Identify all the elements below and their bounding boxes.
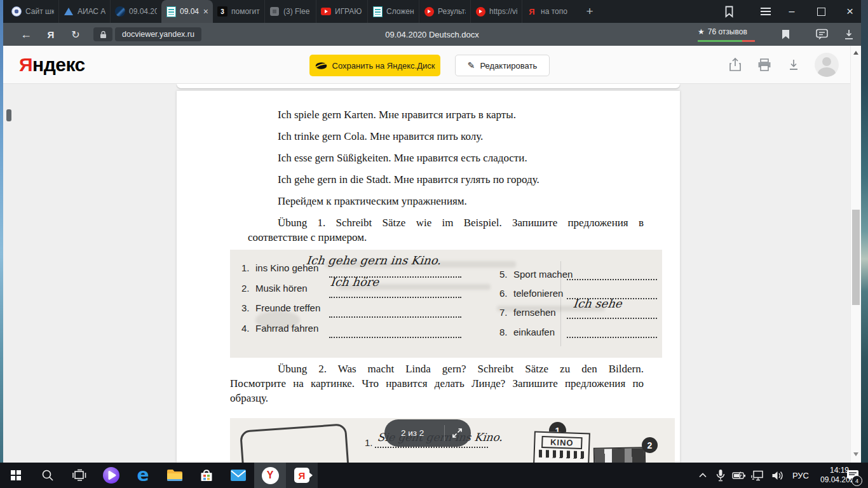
- back-button[interactable]: ←: [16, 23, 36, 46]
- url-field[interactable]: docviewer.yandex.ru: [115, 27, 201, 41]
- hamburger-icon: [761, 8, 771, 15]
- task-view-button[interactable]: [64, 463, 95, 488]
- tab-label: АИАС АВ: [78, 7, 105, 16]
- fullscreen-button[interactable]: [452, 428, 463, 441]
- search-button[interactable]: [32, 463, 64, 488]
- refresh-button[interactable]: ↻: [65, 23, 86, 46]
- folder-icon: [166, 468, 183, 482]
- reviews-widget[interactable]: ★ 76 отзывов: [698, 27, 747, 36]
- doc-paragraph: Ich trinke gern Cola. Мне нравится пить …: [278, 130, 483, 143]
- messenger-button[interactable]: [811, 23, 833, 46]
- tray-overflow-button[interactable]: [694, 463, 712, 488]
- tray-microphone[interactable]: [712, 463, 729, 488]
- answer-line: [329, 337, 461, 338]
- lock-icon: [100, 30, 107, 39]
- doc-paragraph: Ich gehe gern in die Stadt. Мне нравится…: [278, 173, 539, 186]
- yandex-app-icon: Я: [294, 468, 309, 483]
- yandex-app-button[interactable]: Я: [286, 463, 318, 488]
- side-panel-handle[interactable]: [6, 109, 11, 121]
- tab-date-doc[interactable]: 09.04.20: [110, 0, 161, 23]
- chevron-up-icon: [699, 473, 707, 478]
- answer-line: [567, 318, 657, 319]
- mail-envelope-icon: [230, 469, 247, 482]
- security-lock-chip[interactable]: [93, 27, 112, 41]
- desktop-edge-right: [861, 0, 868, 463]
- battery-charging-icon: [732, 471, 746, 480]
- tab-rezultat[interactable]: Результа: [419, 0, 470, 23]
- school-emblem-icon: [11, 6, 22, 17]
- scroll-down-arrow-icon[interactable]: [853, 452, 858, 456]
- kino-figures: [538, 450, 584, 459]
- answer-line: [567, 298, 657, 299]
- scroll-up-arrow-icon[interactable]: [853, 51, 858, 55]
- downloads-button[interactable]: [838, 23, 860, 46]
- ws1-item-5: 5.Sport machen: [499, 269, 573, 280]
- microsoft-store-button[interactable]: [191, 463, 222, 488]
- tab-topo[interactable]: Я на топо: [522, 0, 573, 23]
- pencil-icon: ✎: [468, 60, 475, 71]
- kino-sign-text: KINO: [541, 436, 583, 449]
- tab-video-url[interactable]: https://vi: [470, 0, 522, 23]
- edge-browser-button[interactable]: e: [127, 463, 159, 488]
- tray-language[interactable]: РУС: [788, 463, 813, 488]
- tab-school-site[interactable]: Сайт шк: [7, 0, 58, 23]
- maximize-button[interactable]: [806, 0, 836, 23]
- answer-line: [567, 279, 657, 280]
- picture-badge-2: 2: [642, 437, 658, 453]
- tab-docviewer-active[interactable]: 09.04. ×: [161, 0, 213, 23]
- tab-help[interactable]: 3 помогит: [213, 0, 264, 23]
- tab-slozheni[interactable]: Сложен: [367, 0, 419, 23]
- tab-close-icon[interactable]: ×: [203, 7, 208, 16]
- close-window-button[interactable]: ×: [836, 0, 864, 23]
- download-icon: [844, 29, 854, 40]
- page-indicator-pill[interactable]: 2 из 2: [384, 419, 471, 447]
- edit-button[interactable]: ✎ Редактировать: [455, 55, 550, 76]
- scrollbar-thumb[interactable]: [852, 210, 860, 305]
- minimize-button[interactable]: –: [777, 0, 806, 23]
- disk-icon: [115, 6, 125, 17]
- tray-battery[interactable]: [729, 463, 749, 488]
- tab-label: Сложен: [386, 7, 414, 16]
- new-tab-button[interactable]: +: [580, 0, 600, 23]
- start-button[interactable]: [0, 463, 32, 488]
- save-to-disk-button[interactable]: Сохранить на Яндекс.Диск: [309, 55, 440, 76]
- pill-divider: [444, 425, 445, 441]
- tray-network[interactable]: [749, 463, 768, 488]
- tab-label: https://vi: [489, 7, 517, 16]
- page-1-bottom-edge: [177, 84, 680, 88]
- share-button[interactable]: [724, 55, 746, 75]
- action-center-button[interactable]: 4: [840, 463, 865, 488]
- yandex-logo[interactable]: Яндекс: [19, 54, 85, 76]
- ws1-item-2: 2.Musik hören: [241, 283, 308, 294]
- print-button[interactable]: [754, 55, 775, 75]
- yandex-home-button[interactable]: Я: [41, 23, 60, 46]
- tray-volume[interactable]: [768, 463, 788, 488]
- ws1-item-7: 7.fernsehen: [499, 307, 556, 318]
- address-bar: ← Я ↻ docviewer.yandex.ru 09.04.2020 Deu…: [3, 23, 861, 46]
- uebung1-line2: соответствие с примером.: [248, 231, 367, 244]
- bookmark-button[interactable]: [776, 23, 795, 46]
- desktop-edge-left: [0, 0, 3, 463]
- browser-menu-button[interactable]: [756, 0, 776, 23]
- user-avatar[interactable]: [815, 53, 839, 77]
- tab-youtube[interactable]: ИГРАЮ: [316, 0, 367, 23]
- collections-flag-button[interactable]: [719, 0, 739, 23]
- tab-flee[interactable]: (3) Flee: [264, 0, 316, 23]
- tab-aias[interactable]: АИАС АВ: [58, 0, 110, 23]
- expand-icon: [452, 428, 463, 438]
- file-explorer-button[interactable]: [159, 463, 191, 488]
- download-doc-button[interactable]: [783, 55, 804, 75]
- document-viewport[interactable]: Ich spiele gern Karten. Мне нравится игр…: [0, 84, 868, 463]
- page-scrollbar[interactable]: [850, 46, 861, 463]
- alice-assistant-button[interactable]: [95, 463, 127, 488]
- answer-line: [329, 316, 461, 318]
- worksheet-scan-1: 1.ins Kino gehen 2.Musik hören 3.Freunde…: [230, 250, 662, 358]
- notification-badge: 4: [851, 475, 862, 486]
- yandex-browser-icon: Y: [262, 467, 279, 484]
- mail-app-button[interactable]: [222, 463, 254, 488]
- document-icon: [166, 6, 176, 17]
- tab-bar: Сайт шк АИАС АВ 09.04.20 09.04. × 3 помо…: [3, 0, 861, 23]
- tab-label: 09.04.20: [129, 7, 157, 16]
- yandex-browser-button[interactable]: Y: [254, 463, 286, 488]
- alice-icon: [103, 467, 119, 484]
